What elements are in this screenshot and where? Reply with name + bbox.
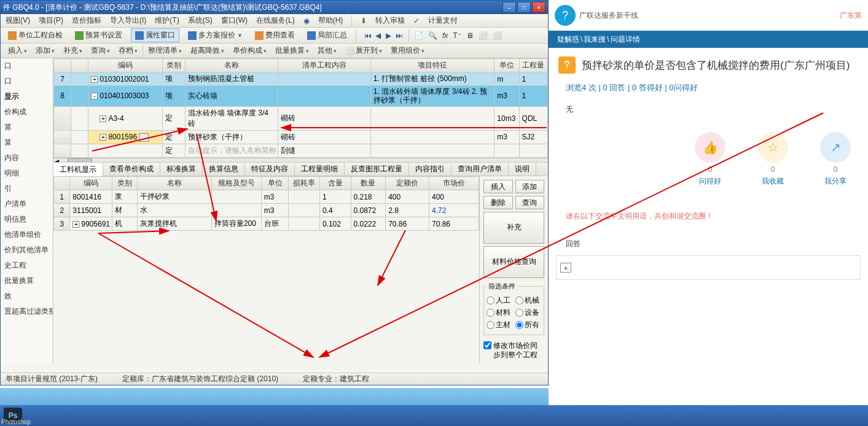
radio-all[interactable]: 所有 — [515, 320, 539, 330]
t2-tidy[interactable]: 整理清单▾ — [144, 44, 186, 57]
tab-reverse[interactable]: 反查图形工程量 — [345, 162, 409, 176]
tb-property-window[interactable]: 属性窗口 — [131, 28, 179, 42]
tab-desc[interactable]: 说明 — [509, 162, 536, 176]
sidebar-item[interactable]: 价构成 — [1, 104, 53, 120]
tab-feat-content[interactable]: 特征及内容 — [245, 162, 295, 176]
bc-item[interactable]: 疑解惑 — [557, 34, 579, 45]
table-row[interactable]: 7 +010301002001 项 预制钢筋混凝土管桩 1. 打预制管桩 桩径 … — [54, 72, 548, 86]
expand-icon[interactable]: + — [72, 221, 79, 228]
tb-icon[interactable]: 📄 — [414, 31, 423, 40]
radio-equip[interactable]: 设备 — [515, 308, 539, 318]
col-name[interactable]: 名称 — [185, 59, 278, 72]
t2-unitprice[interactable]: 单价构成▾ — [229, 44, 270, 57]
sidebar-item[interactable]: 显示 — [1, 89, 53, 104]
menu-help[interactable]: 帮助(H) — [318, 15, 343, 26]
bc-item[interactable]: 问题详情 — [611, 34, 640, 45]
table-row[interactable]: 8 -010401003003 项 实心砖墙 1. 混水砖外墙 墙体厚度 3/4… — [54, 86, 548, 107]
expand-icon[interactable]: + — [100, 134, 106, 141]
col-cat[interactable]: 类别 — [163, 59, 185, 72]
tab-std-conv[interactable]: 标准换算 — [160, 162, 203, 176]
tab-price-comp[interactable]: 查看单价构成 — [103, 162, 160, 176]
sidebar-item[interactable]: 价到其他清单 — [1, 242, 53, 258]
bc-item[interactable]: 我来搜 — [584, 34, 606, 45]
maximize-button[interactable]: □ — [517, 2, 531, 13]
t2-archive[interactable]: 存档▾ — [115, 44, 141, 57]
tb-partial-summary[interactable]: 局部汇总 — [303, 29, 351, 42]
sidebar-item[interactable]: 批量换算 — [1, 273, 53, 289]
tb-budget-settings[interactable]: 预算书设置 — [71, 29, 126, 42]
expand-icon[interactable]: + — [91, 76, 98, 83]
btn-insert[interactable]: 插入 — [483, 180, 513, 193]
t2-superhigh[interactable]: 超高降效▾ — [187, 44, 228, 57]
tb-fee-view[interactable]: 费用查看 — [251, 29, 299, 42]
tb-unit-self-check[interactable]: 单位工程自检 — [4, 29, 66, 42]
action-fav[interactable]: ☆ 0 我收藏 — [757, 132, 788, 187]
table-row[interactable]: 2 3115001 材 水 m3 0.4 0.0872 2.8 4.72 — [54, 204, 479, 217]
menu-window[interactable]: 窗口(W) — [221, 15, 248, 26]
cell-more-button[interactable]: … — [139, 133, 149, 142]
action-good-q[interactable]: 👍 0 问得好 — [695, 132, 725, 187]
answer-input[interactable]: ▲ — [556, 255, 861, 280]
col-unit[interactable]: 单位 — [495, 59, 519, 72]
sidebar-item[interactable]: 内容 — [1, 150, 53, 166]
sidebar-item[interactable]: 他清单组价 — [1, 227, 53, 242]
sidebar-item[interactable]: 置超高过滤类别 — [1, 304, 53, 319]
menu-online[interactable]: 在线服务(L) — [256, 15, 295, 26]
menu-project[interactable]: 项目(P) — [39, 15, 63, 26]
btn-add[interactable]: 添加 — [515, 180, 545, 193]
tab-conv-info[interactable]: 换算信息 — [203, 162, 245, 176]
table-row[interactable]: 1 8001416 浆 干拌砂浆 m3 1 0.218 400 400 — [54, 190, 479, 204]
menu-cost-index[interactable]: 造价指标 — [72, 15, 101, 26]
tab-user-list[interactable]: 查询用户清单 — [452, 162, 509, 176]
nav-prev-icon[interactable]: ◀ — [374, 31, 383, 40]
t2-add[interactable]: 添加▾ — [32, 44, 58, 57]
nav-last-icon[interactable]: ⏭ — [395, 31, 404, 40]
t2-other[interactable]: 其他▾ — [314, 44, 340, 57]
tb-icon[interactable]: fx — [442, 31, 448, 40]
region-label[interactable]: 广东第 — [840, 10, 862, 21]
menu-import-export[interactable]: 导入导出(I) — [110, 15, 146, 26]
tab-guide[interactable]: 内容指引 — [409, 162, 452, 176]
table-row[interactable]: +8001596 … 定 预拌砂浆（干拌） 砌砖 m3 SJ2 — [54, 130, 548, 144]
action-share[interactable]: ↗ 0 我分享 — [820, 132, 851, 187]
btn-supp[interactable]: 补充 — [483, 212, 544, 244]
minimize-button[interactable]: – — [502, 2, 516, 13]
list-grid[interactable]: 编码 类别 名称 清单工程内容 项目特征 单位 工程量 7 +010301002… — [53, 58, 548, 158]
tb-multi-scheme[interactable]: 多方案报价▼ — [184, 29, 246, 42]
menu-maintain[interactable]: 维护(T) — [155, 15, 179, 26]
sidebar-item[interactable]: 算 — [1, 120, 53, 135]
col-content[interactable]: 清单工程内容 — [278, 59, 370, 72]
t2-supp[interactable]: 补充▾ — [60, 44, 86, 57]
material-grid[interactable]: 编码 类别 名称 规格及型号 单位 损耗率 含量 数量 定额价 市场价 1 80… — [53, 176, 479, 231]
btn-mat-price[interactable]: 材料价格查询 — [483, 246, 544, 278]
sidebar-item[interactable]: 明细 — [1, 166, 53, 181]
radio-machine[interactable]: 机械 — [515, 295, 539, 306]
col-qty[interactable]: 工程量 — [519, 59, 547, 72]
nav-next-icon[interactable]: ▶ — [385, 31, 393, 40]
menu-system[interactable]: 系统(S) — [188, 15, 213, 26]
col-code[interactable]: 编码 — [88, 59, 163, 72]
sidebar-item[interactable]: 户清单 — [1, 196, 53, 212]
image-icon[interactable]: ▲ — [560, 263, 571, 273]
expand-icon[interactable]: + — [100, 115, 106, 122]
chk-sync-price[interactable] — [483, 341, 491, 349]
t2-batch[interactable]: 批量换算▾ — [272, 44, 313, 57]
sidebar-item[interactable]: 史工程 — [1, 258, 53, 273]
sidebar-item[interactable]: 效 — [1, 289, 53, 304]
tab-qty-detail[interactable]: 工程量明细 — [295, 162, 345, 176]
menu-transfer-audit[interactable]: 转入审核 — [375, 15, 405, 26]
nav-first-icon[interactable]: ⏮ — [364, 31, 372, 40]
radio-main[interactable]: 主材 — [487, 320, 510, 330]
table-row[interactable]: 3 +9905691 机 灰浆搅拌机 拌筒容量200 台班 0.102 0.02… — [54, 217, 479, 231]
sidebar-item[interactable]: 引 — [1, 181, 53, 196]
btn-query[interactable]: 查询 — [515, 196, 545, 209]
collapse-icon[interactable]: - — [91, 93, 98, 99]
t2-query[interactable]: 查询▾ — [87, 44, 114, 57]
table-row[interactable]: +A3-4 定 混水砖外墙 墙体厚度 3/4砖 砌砖 10m3 QDL — [54, 106, 548, 130]
tb-icon[interactable]: 🖥 — [466, 31, 474, 40]
tb-icon[interactable]: T⁻ — [453, 31, 461, 40]
t2-insert[interactable]: 插入▾ — [4, 44, 31, 57]
radio-material[interactable]: 材料 — [487, 308, 510, 318]
menu-measure-pay[interactable]: 计量支付 — [428, 15, 458, 26]
menu-view[interactable]: 视图(V) — [6, 15, 30, 26]
